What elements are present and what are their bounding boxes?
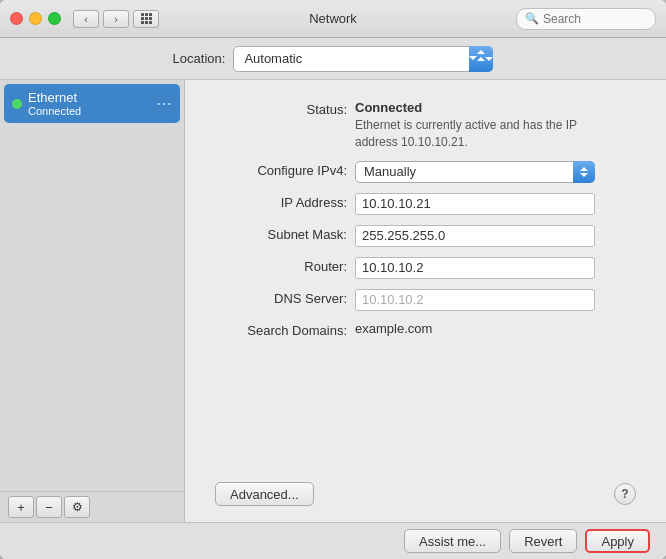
status-connected-value: Connected <box>355 100 595 115</box>
ethernet-item-text: Ethernet Connected <box>28 90 81 117</box>
forward-button[interactable]: › <box>103 10 129 28</box>
sidebar-list: Ethernet Connected ⋯ <box>0 80 184 491</box>
assist-me-button[interactable]: Assist me... <box>404 529 501 553</box>
ethernet-icon: ⋯ <box>156 94 172 113</box>
maximize-button[interactable] <box>48 12 61 25</box>
search-box[interactable]: 🔍 <box>516 8 656 30</box>
sidebar-item-ethernet[interactable]: Ethernet Connected ⋯ <box>4 84 180 123</box>
ethernet-name: Ethernet <box>28 90 81 105</box>
remove-service-button[interactable]: − <box>36 496 62 518</box>
traffic-lights <box>10 12 61 25</box>
sidebar-footer: + − ⚙ <box>0 491 184 522</box>
search-domains-row: Search Domains: example.com <box>215 321 636 338</box>
search-domains-label: Search Domains: <box>215 321 355 338</box>
window-title: Network <box>309 11 357 26</box>
search-domains-value: example.com <box>355 321 432 336</box>
location-select[interactable]: Automatic <box>233 46 493 72</box>
dns-row: DNS Server: <box>215 289 636 311</box>
router-input[interactable] <box>355 257 595 279</box>
router-label: Router: <box>215 257 355 274</box>
search-input[interactable] <box>543 12 647 26</box>
bottom-bar: Assist me... Revert Apply <box>0 522 666 559</box>
ethernet-status-dot <box>12 99 22 109</box>
status-row: Status: Connected Ethernet is currently … <box>215 100 636 151</box>
nav-buttons: ‹ › <box>73 10 129 28</box>
revert-button[interactable]: Revert <box>509 529 577 553</box>
app-grid-button[interactable] <box>133 10 159 28</box>
configure-row: Configure IPv4: Manually <box>215 161 636 183</box>
ip-address-label: IP Address: <box>215 193 355 210</box>
location-label: Location: <box>173 51 226 66</box>
dns-input[interactable] <box>355 289 595 311</box>
close-button[interactable] <box>10 12 23 25</box>
router-row: Router: <box>215 257 636 279</box>
network-preferences-window: ‹ › Network 🔍 Location: Automatic <box>0 0 666 559</box>
advanced-button[interactable]: Advanced... <box>215 482 314 506</box>
help-button[interactable]: ? <box>614 483 636 505</box>
titlebar: ‹ › Network 🔍 <box>0 0 666 38</box>
main-content: Ethernet Connected ⋯ + − ⚙ Status: Con <box>0 80 666 522</box>
service-gear-button[interactable]: ⚙ <box>64 496 90 518</box>
configure-ipv4-select[interactable]: Manually <box>355 161 595 183</box>
ethernet-status-label: Connected <box>28 105 81 117</box>
detail-section: Status: Connected Ethernet is currently … <box>215 100 636 482</box>
configure-select-wrapper: Manually <box>355 161 595 183</box>
sidebar: Ethernet Connected ⋯ + − ⚙ <box>0 80 185 522</box>
subnet-mask-label: Subnet Mask: <box>215 225 355 242</box>
search-icon: 🔍 <box>525 12 539 25</box>
location-bar: Location: Automatic <box>0 38 666 80</box>
subnet-mask-row: Subnet Mask: <box>215 225 636 247</box>
status-field-label: Status: <box>215 100 355 117</box>
configure-label: Configure IPv4: <box>215 161 355 178</box>
status-value-group: Connected Ethernet is currently active a… <box>355 100 595 151</box>
subnet-mask-input[interactable] <box>355 225 595 247</box>
add-service-button[interactable]: + <box>8 496 34 518</box>
apply-button[interactable]: Apply <box>585 529 650 553</box>
status-description: Ethernet is currently active and has the… <box>355 117 595 151</box>
ip-address-row: IP Address: <box>215 193 636 215</box>
grid-icon <box>141 13 152 24</box>
detail-panel: Status: Connected Ethernet is currently … <box>185 80 666 522</box>
minimize-button[interactable] <box>29 12 42 25</box>
location-select-wrapper: Automatic <box>233 46 493 72</box>
dns-label: DNS Server: <box>215 289 355 306</box>
back-button[interactable]: ‹ <box>73 10 99 28</box>
ip-address-input[interactable] <box>355 193 595 215</box>
